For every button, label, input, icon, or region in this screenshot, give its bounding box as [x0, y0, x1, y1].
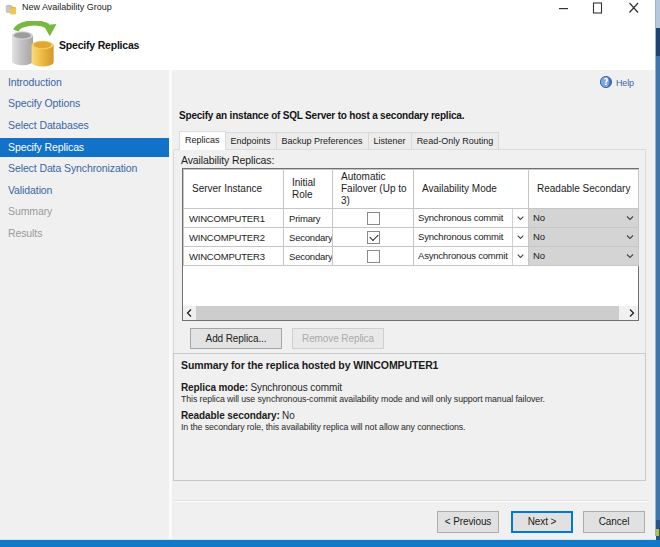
availability-replicas-grid: Server Instance Initial Role Automatic F…	[182, 168, 639, 321]
initial-role-cell: Primary	[284, 209, 333, 228]
new-availability-group-window: New Availability Group	[0, 0, 656, 536]
wizard-header: New Availability Group	[0, 0, 655, 70]
readable-secondary-description: In the secondary role, this availability…	[181, 422, 465, 432]
tab-backup-preferences[interactable]: Backup Preferences	[277, 132, 369, 150]
tab-listener[interactable]: Listener	[369, 132, 412, 150]
availability-mode-cell: Synchronous commit	[414, 228, 529, 247]
availability-mode-dropdown[interactable]: Asynchronous commit	[414, 247, 528, 265]
help-globe-icon: ?	[600, 76, 612, 88]
sidebar-item-validation[interactable]: Validation	[0, 181, 169, 200]
initial-role-cell: Secondary	[284, 228, 333, 247]
readable-secondary-dropdown[interactable]: No	[529, 228, 638, 246]
replica-mode-label: Replica mode:	[181, 382, 248, 393]
scrollbar-thumb[interactable]	[196, 306, 619, 320]
availability-mode-dropdown[interactable]: Synchronous commit	[414, 209, 528, 227]
availability-group-replica-icon	[8, 21, 58, 67]
availability-mode-value: Synchronous commit	[418, 212, 503, 223]
availability-mode-value: Synchronous commit	[418, 231, 503, 242]
server-instance-cell[interactable]: WINCOMPUTER3	[184, 247, 284, 266]
sidebar-item-results: Results	[0, 224, 169, 243]
readable-secondary-label: Readable secondary:	[181, 410, 280, 421]
sidebar-item-summary: Summary	[0, 202, 169, 221]
replica-mode-value: Synchronous commit	[250, 382, 342, 393]
replica-mode-description: This replica will use synchronous-commit…	[181, 394, 545, 404]
chevron-down-icon[interactable]	[512, 228, 528, 246]
window-icon	[5, 3, 17, 15]
summary-title: Summary for the replica hosted by WINCOM…	[181, 359, 637, 371]
availability-mode-value: Asynchronous commit	[418, 250, 508, 261]
desktop-background-bottom	[0, 540, 660, 547]
sidebar-item-specify-replicas[interactable]: Specify Replicas	[0, 138, 169, 157]
minimize-icon[interactable]	[555, 0, 573, 16]
availability-mode-dropdown[interactable]: Synchronous commit	[414, 228, 528, 246]
help-label: Help	[616, 78, 634, 88]
readable-secondary-value: No	[282, 410, 295, 421]
initial-role-cell: Secondary	[284, 247, 333, 266]
instruction-text: Specify an instance of SQL Server to hos…	[179, 110, 464, 121]
wizard-content-panel: ? Help Specify an instance of SQL Server…	[172, 70, 655, 539]
summary-replica-mode: Replica mode: Synchronous commit This re…	[181, 383, 637, 404]
remove-replica-button: Remove Replica	[292, 328, 384, 349]
readable-secondary-value: No	[533, 231, 545, 242]
column-header-readable-secondary[interactable]: Readable Secondary	[529, 170, 639, 209]
replicas-table: Server Instance Initial Role Automatic F…	[183, 169, 639, 266]
scroll-right-icon[interactable]	[625, 306, 638, 320]
automatic-failover-cell	[333, 228, 414, 247]
sidebar-item-specify-options[interactable]: Specify Options	[0, 94, 169, 113]
scroll-left-icon[interactable]	[183, 306, 196, 320]
svg-text:?: ?	[604, 78, 609, 87]
chevron-down-icon[interactable]	[622, 247, 638, 265]
availability-replicas-label: Availability Replicas:	[181, 154, 274, 166]
replica-summary-panel: Summary for the replica hosted by WINCOM…	[173, 353, 646, 481]
readable-secondary-cell: No	[529, 209, 639, 228]
readable-secondary-dropdown[interactable]: No	[529, 247, 638, 265]
chevron-down-icon[interactable]	[512, 247, 528, 265]
automatic-failover-checkbox[interactable]	[367, 231, 380, 244]
readable-secondary-value: No	[533, 250, 545, 261]
automatic-failover-cell	[333, 209, 414, 228]
automatic-failover-checkbox[interactable]	[367, 212, 380, 225]
close-icon[interactable]	[625, 0, 643, 16]
maximize-icon[interactable]	[589, 0, 607, 16]
add-replica-button[interactable]: Add Replica...	[190, 328, 282, 349]
replica-row-3: WINCOMPUTER3 Secondary Asynchronous comm…	[184, 247, 639, 266]
server-instance-cell[interactable]: WINCOMPUTER2	[184, 228, 284, 247]
replicas-tab-page: Availability Replicas: Server Instance I…	[173, 149, 646, 354]
replica-row-2: WINCOMPUTER2 Secondary Synchronous commi…	[184, 228, 639, 247]
tab-strip: Replicas Endpoints Backup Preferences Li…	[179, 131, 499, 150]
page-title: Specify Replicas	[59, 39, 139, 51]
sidebar-item-select-databases[interactable]: Select Databases	[0, 116, 169, 135]
tab-read-only-routing[interactable]: Read-Only Routing	[412, 132, 500, 150]
window-title: New Availability Group	[22, 2, 112, 12]
previous-button[interactable]: < Previous	[437, 511, 499, 533]
cancel-button[interactable]: Cancel	[583, 511, 645, 533]
tab-endpoints[interactable]: Endpoints	[226, 132, 277, 150]
readable-secondary-cell: No	[529, 228, 639, 247]
sidebar-item-introduction[interactable]: Introduction	[0, 73, 169, 92]
next-button[interactable]: Next >	[511, 511, 573, 533]
chevron-down-icon[interactable]	[622, 209, 638, 227]
help-link[interactable]: ? Help	[600, 76, 634, 88]
chevron-down-icon[interactable]	[622, 228, 638, 246]
tab-replicas[interactable]: Replicas	[179, 131, 226, 150]
wizard-steps-sidebar: Introduction Specify Options Select Data…	[0, 70, 169, 539]
availability-mode-cell: Synchronous commit	[414, 209, 529, 228]
chevron-down-icon[interactable]	[512, 209, 528, 227]
footer-separator	[174, 500, 648, 502]
column-header-availability-mode[interactable]: Availability Mode	[414, 170, 529, 209]
grid-header-row: Server Instance Initial Role Automatic F…	[184, 170, 639, 209]
summary-readable-secondary: Readable secondary: No In the secondary …	[181, 411, 637, 432]
column-header-automatic-failover[interactable]: Automatic Failover (Up to 3)	[333, 170, 414, 209]
column-header-server-instance[interactable]: Server Instance	[184, 170, 284, 209]
server-instance-cell[interactable]: WINCOMPUTER1	[184, 209, 284, 228]
readable-secondary-cell: No	[529, 247, 639, 266]
automatic-failover-cell	[333, 247, 414, 266]
readable-secondary-dropdown[interactable]: No	[529, 209, 638, 227]
readable-secondary-value: No	[533, 212, 545, 223]
grid-horizontal-scrollbar[interactable]	[183, 306, 638, 320]
column-header-initial-role[interactable]: Initial Role	[284, 170, 333, 209]
availability-mode-cell: Asynchronous commit	[414, 247, 529, 266]
sidebar-item-select-data-synchronization[interactable]: Select Data Synchronization	[0, 159, 169, 178]
replica-row-1: WINCOMPUTER1 Primary Synchronous commit	[184, 209, 639, 228]
automatic-failover-checkbox[interactable]	[367, 250, 380, 263]
